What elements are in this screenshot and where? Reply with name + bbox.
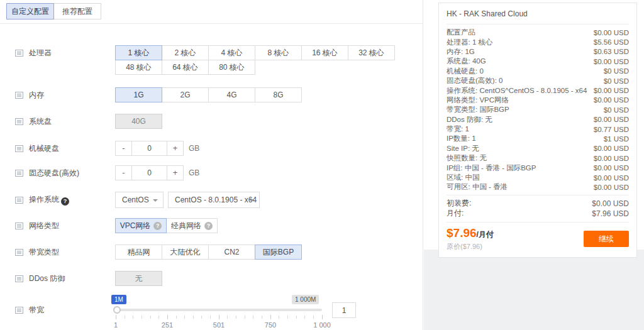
ssd-value[interactable]: 0 [131, 165, 167, 180]
summary-row: 操作系统: CentOS^CentOS - 8.0.1905 - x64 $0.… [447, 85, 629, 95]
bandwidth-label: 带宽 [29, 305, 44, 316]
memory-label: 内存 [29, 90, 44, 101]
list-icon [15, 222, 23, 230]
monthly-price: $7.96/月付 [447, 227, 494, 241]
summary-row: IP数量: 1 $1 USD [447, 134, 629, 143]
bandwidth-input[interactable] [332, 302, 356, 318]
background-area [424, 250, 644, 330]
bandwidth-type-option[interactable]: 国际BGP [255, 245, 302, 260]
list-icon [15, 169, 23, 177]
list-icon [15, 49, 23, 57]
order-summary-panel: HK - RAK Shared Cloud 配置产品 $0.00 USD 处理器… [438, 3, 637, 258]
bandwidth-type-options: 精品网大陆优化CN2国际BGP [115, 245, 306, 260]
summary-row: 固态硬盘(高效): 0 $0 USD [447, 76, 629, 85]
summary-row: 快照数量: 无 $0.00 USD [447, 153, 629, 163]
memory-option[interactable]: 4G [208, 87, 255, 102]
continue-button[interactable]: 继续 [584, 231, 629, 247]
chevron-down-icon [153, 199, 158, 202]
list-icon [15, 248, 23, 256]
bandwidth-slider-track[interactable] [116, 309, 322, 311]
ssd-label: 固态硬盘(高效) [29, 168, 79, 179]
summary-row: 机械硬盘: 0 $0 USD [447, 67, 629, 76]
summary-row: DDos 防御: 无 $0.00 USD [447, 115, 629, 124]
processor-option[interactable]: 64 核心 [162, 60, 209, 75]
bandwidth-max-badge: 1 000M [292, 295, 319, 304]
hdd-label: 机械硬盘 [29, 143, 59, 154]
memory-options: 1G2G4G8G [115, 87, 306, 102]
memory-option[interactable]: 2G [162, 87, 209, 102]
processor-option[interactable]: 2 核心 [162, 45, 209, 60]
help-icon: ? [61, 197, 69, 206]
processor-option[interactable]: 80 核心 [208, 60, 255, 75]
processor-option[interactable]: 4 核心 [208, 45, 255, 60]
system-disk-option[interactable]: 40G [115, 114, 162, 129]
bandwidth-tick-labels: 12515017501 000 [116, 316, 322, 328]
summary-row: 带宽: 1 $0.77 USD [447, 124, 629, 134]
network-option[interactable]: VPC网络? [115, 218, 167, 233]
ssd-minus-button[interactable]: - [115, 165, 132, 180]
processor-label: 处理器 [29, 48, 52, 58]
config-pane: 自定义配置推荐配置 处理器 1 核心2 核心4 核心8 核心16 核心32 核心… [0, 0, 423, 330]
os-label: 操作系统? [29, 194, 69, 206]
bandwidth-type-option[interactable]: 大陆优化 [162, 245, 209, 260]
product-title: HK - RAK Shared Cloud [447, 9, 629, 24]
summary-row: IP组: 中国 - 香港 - 国际BGP $0.00 USD [447, 163, 629, 172]
bandwidth-type-option[interactable]: 精品网 [115, 245, 162, 260]
panel-footer: $7.96/月付 原价($7.96) 继续 [447, 223, 629, 251]
network-options: VPC网络?经典网络? [115, 218, 218, 233]
list-icon [15, 196, 23, 204]
summary-row: 网络类型: VPC网络 $0.00 USD [447, 96, 629, 105]
memory-option[interactable]: 8G [255, 87, 302, 102]
ssd-plus-button[interactable]: + [167, 165, 184, 180]
original-price: 原价($7.96) [447, 242, 494, 251]
os-family-select[interactable]: CentOS [115, 192, 164, 208]
processor-option[interactable]: 8 核心 [255, 45, 302, 60]
config-page: 自定义配置推荐配置 处理器 1 核心2 核心4 核心8 核心16 核心32 核心… [0, 0, 644, 330]
tab-bar: 自定义配置推荐配置 [0, 0, 423, 24]
ssd-unit: GB [189, 168, 199, 177]
summary-row: 配置产品 $0.00 USD [447, 28, 629, 37]
ddos-label: DDos 防御 [29, 273, 65, 284]
bandwidth-type-option[interactable]: CN2 [208, 245, 255, 260]
config-tab[interactable]: 推荐配置 [53, 3, 101, 19]
summary-row: 可用区: 中国 - 香港 $0.00 USD [447, 182, 629, 192]
summary-items: 配置产品 $0.00 USD 处理器: 1 核心 $5.56 USD 内存: 1… [447, 25, 629, 195]
hdd-stepper: - 0 + GB [115, 141, 199, 156]
total-row: 初装费: $0.00 USD [447, 199, 629, 209]
processor-option[interactable]: 1 核心 [115, 45, 162, 60]
ddos-option[interactable]: 无 [115, 271, 162, 286]
summary-row: Site IP: 无 $0.00 USD [447, 144, 629, 153]
processor-option[interactable]: 16 核心 [301, 45, 348, 60]
summary-totals: 初装费: $0.00 USD 月付: $7.96 USD [447, 195, 629, 222]
list-icon [15, 306, 23, 314]
processor-option[interactable]: 32 核心 [348, 45, 395, 60]
list-icon [15, 118, 23, 126]
hdd-minus-button[interactable]: - [115, 141, 132, 156]
list-icon [15, 145, 23, 153]
summary-row: 区域: 中国 $0.00 USD [447, 173, 629, 182]
help-icon: ? [153, 222, 162, 230]
bandwidth-slider-handle[interactable] [113, 306, 121, 314]
chevron-down-icon [249, 199, 254, 202]
processor-option[interactable]: 48 核心 [115, 60, 162, 75]
system-disk-options: 40G [115, 114, 162, 129]
network-option[interactable]: 经典网络? [166, 218, 218, 233]
config-tab[interactable]: 自定义配置 [6, 3, 54, 19]
ddos-options: 无 [115, 271, 162, 286]
ssd-stepper: - 0 + GB [115, 165, 199, 180]
bandwidth-min-badge: 1M [111, 295, 126, 304]
summary-row: 处理器: 1 核心 $5.56 USD [447, 37, 629, 47]
summary-row: 系统盘: 40G $0.00 USD [447, 57, 629, 66]
tab-group: 自定义配置推荐配置 [6, 3, 101, 19]
summary-row: 带宽类型: 国际BGP $0 USD [447, 105, 629, 114]
os-version-select[interactable]: CentOS - 8.0.1905 - x64 [168, 192, 260, 208]
hdd-value[interactable]: 0 [131, 141, 167, 156]
list-icon [15, 275, 23, 283]
help-icon: ? [204, 222, 213, 230]
hdd-plus-button[interactable]: + [167, 141, 184, 156]
total-row: 月付: $7.96 USD [447, 209, 629, 219]
system-disk-label: 系统盘 [29, 116, 52, 127]
memory-option[interactable]: 1G [115, 87, 162, 102]
network-label: 网络类型 [29, 221, 59, 231]
summary-row: 内存: 1G $0.63 USD [447, 47, 629, 57]
